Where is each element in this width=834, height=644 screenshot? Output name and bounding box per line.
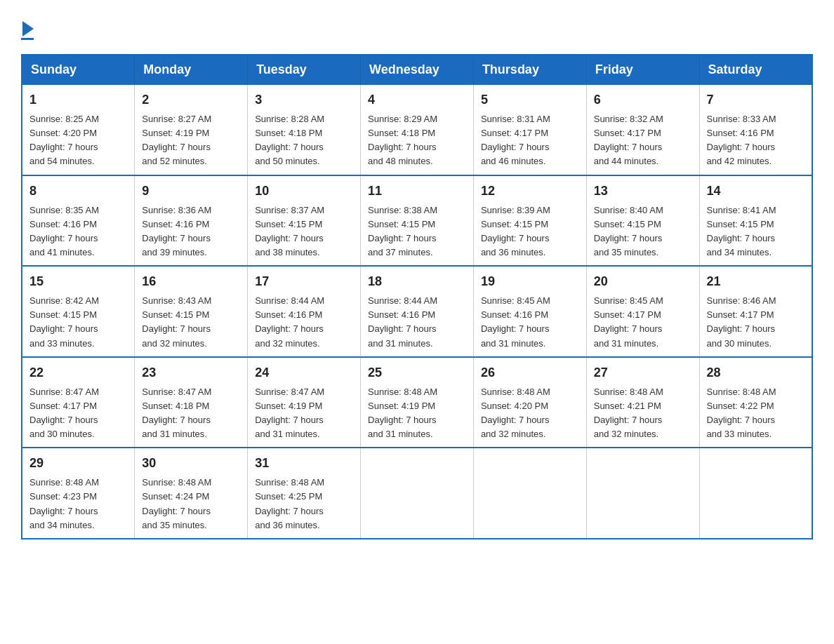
day-number: 16: [142, 272, 240, 291]
day-number: 20: [594, 272, 692, 291]
day-info: Sunrise: 8:43 AMSunset: 4:15 PMDaylight:…: [142, 294, 240, 351]
day-info: Sunrise: 8:47 AMSunset: 4:17 PMDaylight:…: [29, 385, 127, 442]
day-info: Sunrise: 8:48 AMSunset: 4:19 PMDaylight:…: [368, 385, 466, 442]
calendar-week-4: 22Sunrise: 8:47 AMSunset: 4:17 PMDayligh…: [22, 357, 812, 448]
calendar-cell: 3Sunrise: 8:28 AMSunset: 4:18 PMDaylight…: [248, 85, 361, 175]
calendar-header-friday: Friday: [586, 55, 699, 85]
day-info: Sunrise: 8:48 AMSunset: 4:21 PMDaylight:…: [594, 385, 692, 442]
day-info: Sunrise: 8:45 AMSunset: 4:16 PMDaylight:…: [481, 294, 579, 351]
day-info: Sunrise: 8:29 AMSunset: 4:18 PMDaylight:…: [368, 112, 466, 169]
day-number: 14: [707, 182, 805, 201]
calendar-cell: [473, 448, 586, 539]
day-info: Sunrise: 8:44 AMSunset: 4:16 PMDaylight:…: [368, 294, 466, 351]
day-number: 18: [368, 272, 466, 291]
calendar-cell: 16Sunrise: 8:43 AMSunset: 4:15 PMDayligh…: [135, 266, 248, 357]
day-number: 1: [29, 90, 127, 109]
calendar-cell: 5Sunrise: 8:31 AMSunset: 4:17 PMDaylight…: [473, 85, 586, 175]
calendar-header-saturday: Saturday: [699, 55, 812, 85]
day-info: Sunrise: 8:48 AMSunset: 4:23 PMDaylight:…: [29, 476, 127, 532]
calendar-week-3: 15Sunrise: 8:42 AMSunset: 4:15 PMDayligh…: [22, 266, 812, 357]
calendar-cell: 13Sunrise: 8:40 AMSunset: 4:15 PMDayligh…: [586, 175, 699, 267]
calendar-cell: 11Sunrise: 8:38 AMSunset: 4:15 PMDayligh…: [361, 175, 474, 267]
day-info: Sunrise: 8:38 AMSunset: 4:15 PMDaylight:…: [368, 203, 466, 260]
day-number: 27: [594, 363, 692, 382]
day-info: Sunrise: 8:36 AMSunset: 4:16 PMDaylight:…: [142, 203, 240, 260]
day-number: 9: [142, 182, 240, 201]
calendar-cell: 14Sunrise: 8:41 AMSunset: 4:15 PMDayligh…: [699, 175, 812, 267]
day-number: 25: [368, 363, 466, 382]
day-number: 13: [594, 182, 692, 201]
logo: [21, 21, 34, 40]
day-number: 11: [368, 182, 466, 201]
logo-underline: [21, 38, 34, 40]
day-info: Sunrise: 8:48 AMSunset: 4:22 PMDaylight:…: [707, 385, 805, 442]
calendar-cell: 28Sunrise: 8:48 AMSunset: 4:22 PMDayligh…: [699, 357, 812, 448]
calendar-cell: [586, 448, 699, 539]
day-info: Sunrise: 8:42 AMSunset: 4:15 PMDaylight:…: [29, 294, 127, 351]
calendar-table: SundayMondayTuesdayWednesdayThursdayFrid…: [21, 54, 813, 539]
calendar-cell: 7Sunrise: 8:33 AMSunset: 4:16 PMDaylight…: [699, 85, 812, 175]
calendar-header-wednesday: Wednesday: [361, 55, 474, 85]
day-info: Sunrise: 8:48 AMSunset: 4:25 PMDaylight:…: [255, 476, 353, 532]
calendar-cell: [361, 448, 474, 539]
day-info: Sunrise: 8:25 AMSunset: 4:20 PMDaylight:…: [29, 112, 127, 169]
day-info: Sunrise: 8:27 AMSunset: 4:19 PMDaylight:…: [142, 112, 240, 169]
day-number: 7: [707, 90, 805, 109]
day-number: 4: [368, 90, 466, 109]
calendar-header-sunday: Sunday: [22, 55, 135, 85]
day-info: Sunrise: 8:47 AMSunset: 4:19 PMDaylight:…: [255, 385, 353, 442]
day-info: Sunrise: 8:40 AMSunset: 4:15 PMDaylight:…: [594, 203, 692, 260]
day-number: 10: [255, 182, 353, 201]
calendar-cell: 18Sunrise: 8:44 AMSunset: 4:16 PMDayligh…: [361, 266, 474, 357]
calendar-cell: 1Sunrise: 8:25 AMSunset: 4:20 PMDaylight…: [22, 85, 135, 175]
day-number: 17: [255, 272, 353, 291]
day-number: 30: [142, 454, 240, 473]
day-info: Sunrise: 8:47 AMSunset: 4:18 PMDaylight:…: [142, 385, 240, 442]
day-number: 2: [142, 90, 240, 109]
day-info: Sunrise: 8:39 AMSunset: 4:15 PMDaylight:…: [481, 203, 579, 260]
day-info: Sunrise: 8:41 AMSunset: 4:15 PMDaylight:…: [707, 203, 805, 260]
day-number: 23: [142, 363, 240, 382]
calendar-header-tuesday: Tuesday: [248, 55, 361, 85]
calendar-cell: 31Sunrise: 8:48 AMSunset: 4:25 PMDayligh…: [248, 448, 361, 539]
calendar-cell: 9Sunrise: 8:36 AMSunset: 4:16 PMDaylight…: [135, 175, 248, 267]
calendar-cell: 24Sunrise: 8:47 AMSunset: 4:19 PMDayligh…: [248, 357, 361, 448]
day-info: Sunrise: 8:48 AMSunset: 4:24 PMDaylight:…: [142, 476, 240, 532]
day-number: 12: [481, 182, 579, 201]
day-number: 15: [29, 272, 127, 291]
calendar-cell: 23Sunrise: 8:47 AMSunset: 4:18 PMDayligh…: [135, 357, 248, 448]
calendar-cell: 19Sunrise: 8:45 AMSunset: 4:16 PMDayligh…: [473, 266, 586, 357]
calendar-cell: 8Sunrise: 8:35 AMSunset: 4:16 PMDaylight…: [22, 175, 135, 267]
day-number: 28: [707, 363, 805, 382]
calendar-cell: 30Sunrise: 8:48 AMSunset: 4:24 PMDayligh…: [135, 448, 248, 539]
calendar-week-5: 29Sunrise: 8:48 AMSunset: 4:23 PMDayligh…: [22, 448, 812, 539]
calendar-cell: 4Sunrise: 8:29 AMSunset: 4:18 PMDaylight…: [361, 85, 474, 175]
day-number: 3: [255, 90, 353, 109]
day-info: Sunrise: 8:35 AMSunset: 4:16 PMDaylight:…: [29, 203, 127, 260]
day-info: Sunrise: 8:48 AMSunset: 4:20 PMDaylight:…: [481, 385, 579, 442]
calendar-cell: 10Sunrise: 8:37 AMSunset: 4:15 PMDayligh…: [248, 175, 361, 267]
calendar-week-1: 1Sunrise: 8:25 AMSunset: 4:20 PMDaylight…: [22, 85, 812, 175]
calendar-cell: 27Sunrise: 8:48 AMSunset: 4:21 PMDayligh…: [586, 357, 699, 448]
day-info: Sunrise: 8:37 AMSunset: 4:15 PMDaylight:…: [255, 203, 353, 260]
page-header: [21, 21, 813, 40]
logo-arrow-icon: [22, 21, 34, 36]
day-info: Sunrise: 8:44 AMSunset: 4:16 PMDaylight:…: [255, 294, 353, 351]
day-info: Sunrise: 8:32 AMSunset: 4:17 PMDaylight:…: [594, 112, 692, 169]
calendar-cell: 6Sunrise: 8:32 AMSunset: 4:17 PMDaylight…: [586, 85, 699, 175]
calendar-header-thursday: Thursday: [473, 55, 586, 85]
day-number: 29: [29, 454, 127, 473]
day-number: 21: [707, 272, 805, 291]
calendar-week-2: 8Sunrise: 8:35 AMSunset: 4:16 PMDaylight…: [22, 175, 812, 267]
calendar-header-monday: Monday: [135, 55, 248, 85]
day-number: 6: [594, 90, 692, 109]
calendar-cell: 22Sunrise: 8:47 AMSunset: 4:17 PMDayligh…: [22, 357, 135, 448]
day-info: Sunrise: 8:31 AMSunset: 4:17 PMDaylight:…: [481, 112, 579, 169]
calendar-cell: 15Sunrise: 8:42 AMSunset: 4:15 PMDayligh…: [22, 266, 135, 357]
day-number: 26: [481, 363, 579, 382]
day-number: 24: [255, 363, 353, 382]
day-number: 8: [29, 182, 127, 201]
calendar-cell: 29Sunrise: 8:48 AMSunset: 4:23 PMDayligh…: [22, 448, 135, 539]
day-number: 19: [481, 272, 579, 291]
day-info: Sunrise: 8:45 AMSunset: 4:17 PMDaylight:…: [594, 294, 692, 351]
